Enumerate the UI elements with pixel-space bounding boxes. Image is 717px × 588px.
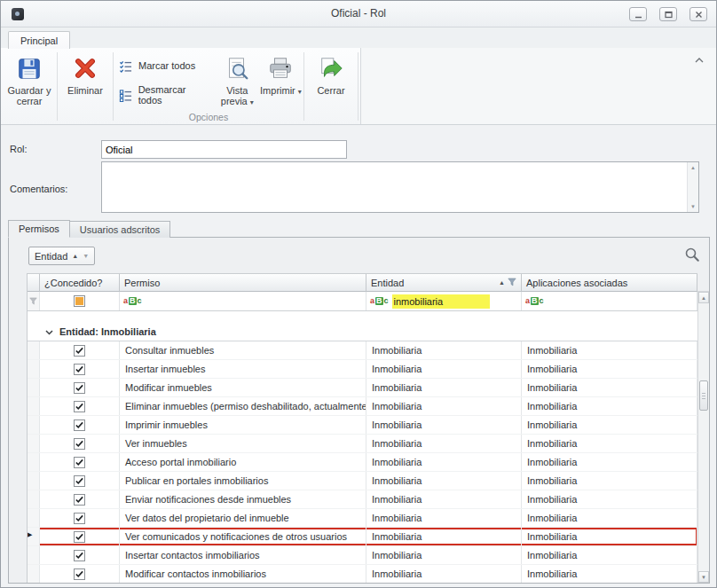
permission-checkbox-checked[interactable] — [74, 457, 85, 468]
table-row[interactable]: ▶ Ver inmuebles Inmobiliaria Inmobiliari… — [28, 435, 697, 453]
table-row[interactable]: ▶ Consultar inmuebles Inmobiliaria Inmob… — [28, 341, 697, 360]
entidad-cell[interactable]: Inmobiliaria — [366, 341, 522, 359]
table-row[interactable]: ▶ Ver comunicados y notificaciones de ot… — [28, 528, 697, 546]
permission-checkbox-checked[interactable] — [74, 513, 85, 524]
permission-checkbox-checked[interactable] — [74, 531, 85, 543]
permiso-cell[interactable]: Modificar inmuebles — [120, 379, 366, 396]
comentarios-textarea[interactable] — [102, 162, 687, 212]
permission-checkbox-checked[interactable] — [74, 568, 85, 580]
entidad-cell[interactable]: Inmobiliaria — [366, 360, 522, 378]
aplicaciones-cell[interactable]: Inmobiliaria — [522, 490, 697, 508]
entidad-cell[interactable]: Inmobiliaria — [366, 528, 522, 545]
aplicaciones-cell[interactable]: Inmobiliaria — [522, 341, 697, 359]
vista-previa-button[interactable]: Vista previa ▾ — [215, 50, 260, 110]
tab-permisos[interactable]: Permisos — [8, 220, 70, 238]
table-row[interactable]: ▶ Insertar inmuebles Inmobiliaria Inmobi… — [28, 360, 697, 379]
permission-checkbox-checked[interactable] — [74, 364, 85, 375]
permiso-cell[interactable]: Insertar contactos inmobiliarios — [120, 546, 366, 564]
permiso-cell[interactable]: Consultar inmuebles — [120, 341, 366, 359]
aplicaciones-cell[interactable]: Inmobiliaria — [522, 397, 697, 415]
save-and-close-button[interactable]: Guardar y cerrar — [4, 50, 55, 110]
entidad-cell[interactable]: Inmobiliaria — [366, 490, 522, 508]
permiso-cell[interactable]: Insertar inmuebles — [120, 360, 366, 378]
table-row[interactable]: ▶ Eliminar inmuebles (permiso deshabilit… — [28, 397, 697, 416]
permiso-cell[interactable]: Eliminar inmuebles (permiso deshabilitad… — [120, 397, 366, 415]
cerrar-button[interactable]: Cerrar — [306, 50, 356, 110]
aplicaciones-cell[interactable]: Inmobiliaria — [522, 360, 697, 378]
permission-checkbox-checked[interactable] — [74, 550, 85, 561]
permiso-cell[interactable]: Enviar notificaciones desde inmuebles — [120, 490, 366, 508]
permiso-cell[interactable]: Publicar en portales inmobiliarios — [120, 472, 366, 490]
column-header-entidad[interactable]: Entidad ▲ — [366, 274, 522, 292]
aplicaciones-cell[interactable]: Inmobiliaria — [522, 453, 697, 471]
aplicaciones-cell[interactable]: Inmobiliaria — [522, 528, 697, 545]
concedido-cell[interactable] — [40, 360, 120, 378]
concedido-cell[interactable] — [40, 490, 120, 508]
column-header-aplicaciones[interactable]: Aplicaciones asociadas — [522, 274, 697, 292]
entidad-cell[interactable]: Inmobiliaria — [366, 546, 522, 564]
table-row[interactable]: ▶ Imprimir inmuebles Inmobiliaria Inmobi… — [28, 416, 697, 435]
column-header-permiso[interactable]: Permiso — [120, 274, 366, 292]
scroll-down-icon[interactable]: ▼ — [688, 201, 698, 212]
table-row[interactable]: ▶ Insertar contactos inmobiliarios Inmob… — [28, 546, 697, 565]
search-button[interactable] — [682, 246, 702, 265]
tab-usuarios-adscritos[interactable]: Usuarios adscritos — [70, 221, 170, 238]
column-header-concedido[interactable]: ¿Concedido? — [40, 274, 120, 292]
permiso-cell[interactable]: Ver comunicados y notificaciones de otro… — [120, 528, 366, 545]
concedido-cell[interactable] — [40, 453, 120, 471]
concedido-cell[interactable] — [40, 509, 120, 527]
concedido-cell[interactable] — [40, 546, 120, 564]
table-row[interactable]: ▶ Ver datos del propietario del inmueble… — [28, 509, 697, 528]
concedido-cell[interactable] — [40, 565, 120, 583]
filter-dropdown-icon[interactable]: ▼ — [83, 253, 89, 259]
titlebar[interactable]: Oficial - Rol — [1, 1, 716, 27]
permission-checkbox-checked[interactable] — [74, 382, 85, 394]
close-button[interactable] — [689, 7, 707, 21]
concedido-cell[interactable] — [40, 528, 120, 545]
concedido-cell[interactable] — [40, 397, 120, 415]
table-row[interactable]: ▶ Modificar inmuebles Inmobiliaria Inmob… — [28, 379, 697, 397]
filter-entidad-cell[interactable]: aBc inmobiliaria — [366, 292, 522, 310]
scroll-down-icon[interactable]: ▼ — [698, 571, 709, 583]
table-row[interactable]: ▶ Enviar notificaciones desde inmuebles … — [28, 490, 697, 509]
aplicaciones-cell[interactable]: Inmobiliaria — [522, 379, 697, 396]
permission-checkbox-checked[interactable] — [74, 475, 85, 487]
comentarios-scrollbar[interactable]: ▲ ▼ — [687, 162, 698, 212]
permission-checkbox-checked[interactable] — [74, 345, 85, 357]
permiso-cell[interactable]: Ver inmuebles — [120, 435, 366, 452]
minimize-button[interactable] — [629, 7, 647, 21]
scrollbar-thumb[interactable] — [699, 380, 708, 411]
marcar-todos-button[interactable]: Marcar todos — [115, 58, 215, 74]
entidad-cell[interactable]: Inmobiliaria — [366, 379, 522, 396]
aplicaciones-cell[interactable]: Inmobiliaria — [522, 472, 697, 490]
entidad-cell[interactable]: Inmobiliaria — [366, 397, 522, 415]
entidad-cell[interactable]: Inmobiliaria — [366, 509, 522, 527]
permiso-cell[interactable]: Modificar contactos inmobiliarios — [120, 565, 366, 583]
permiso-cell[interactable]: Imprimir inmuebles — [120, 416, 366, 434]
permission-checkbox-checked[interactable] — [74, 419, 85, 431]
group-by-entidad-button[interactable]: Entidad ▲ ▼ — [28, 247, 95, 265]
table-row[interactable]: ▶ Publicar en portales inmobiliarios Inm… — [28, 472, 697, 490]
concedido-cell[interactable] — [40, 435, 120, 452]
filter-aplicaciones-cell[interactable]: aBc — [522, 292, 697, 310]
filter-funnel-icon[interactable] — [508, 278, 516, 288]
delete-button[interactable]: Eliminar — [59, 50, 111, 110]
permiso-cell[interactable]: Acceso portal inmobiliario — [120, 453, 366, 471]
permission-checkbox-checked[interactable] — [74, 438, 85, 450]
permiso-cell[interactable]: Ver datos del propietario del inmueble — [120, 509, 366, 527]
permission-checkbox-checked[interactable] — [74, 401, 85, 412]
restore-button[interactable] — [659, 7, 677, 21]
tab-principal[interactable]: Principal — [8, 31, 70, 49]
entidad-cell[interactable]: Inmobiliaria — [366, 435, 522, 452]
rol-input[interactable] — [101, 140, 347, 159]
concedido-cell[interactable] — [40, 341, 120, 359]
table-row[interactable]: ▶ Acceso portal inmobiliario Inmobiliari… — [28, 453, 697, 472]
filter-concedido-cell[interactable] — [40, 292, 120, 310]
imprimir-button[interactable]: Imprimir ▾ — [260, 50, 302, 110]
aplicaciones-cell[interactable]: Inmobiliaria — [522, 435, 697, 452]
filter-entidad-value[interactable]: inmobiliaria — [392, 294, 490, 309]
aplicaciones-cell[interactable]: Inmobiliaria — [522, 546, 697, 564]
concedido-cell[interactable] — [40, 416, 120, 434]
entidad-cell[interactable]: Inmobiliaria — [366, 565, 522, 583]
desmarcar-todos-button[interactable]: Desmarcar todos — [115, 83, 215, 106]
